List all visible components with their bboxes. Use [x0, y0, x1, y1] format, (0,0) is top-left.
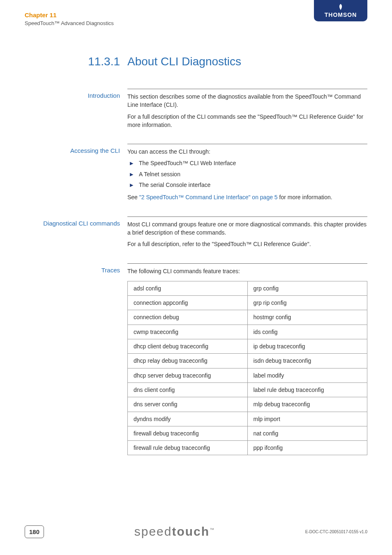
intro-p2-quote: "SpeedTouch™ CLI Reference Guide": [258, 113, 355, 120]
table-row: dns client configlabel rule debug tracec…: [128, 382, 367, 397]
page-header: Chapter 11 SpeedTouch™ Advanced Diagnost…: [25, 12, 367, 26]
table-cell: grp rip config: [247, 296, 367, 310]
table-row: firewall debug traceconfignat config: [128, 426, 367, 440]
table-row: dyndns modifymlp import: [128, 412, 367, 426]
access-item-1: A Telnet session: [139, 171, 180, 177]
table-cell: dyndns modify: [128, 412, 248, 426]
logo-thin: speed: [134, 525, 172, 538]
section-number: 11.3.1: [25, 55, 127, 68]
traces-body: The following CLI commands feature trace…: [127, 263, 367, 456]
table-cell: hostmgr config: [247, 310, 367, 325]
bullet-icon: ▶: [130, 171, 133, 178]
chapter-subtitle: SpeedTouch™ Advanced Diagnostics: [25, 20, 114, 26]
access-tail-a: See: [127, 194, 139, 200]
table-cell: ip debug traceconfig: [247, 339, 367, 354]
table-cell: dhcp client debug traceconfig: [128, 339, 248, 354]
doc-id: E-DOC-CTC-20051017-0155 v1.0: [305, 530, 367, 534]
bullet-icon: ▶: [130, 182, 133, 189]
section-title: About CLI Diagnostics: [127, 55, 241, 68]
access-label: Accessing the CLI: [25, 144, 127, 205]
traces-lead: The following CLI commands feature trace…: [127, 267, 367, 275]
logo-bold: touch: [172, 525, 210, 538]
table-cell: isdn debug traceconfig: [247, 354, 367, 368]
diag-p1: Most CLI command groups feature one or m…: [127, 220, 367, 237]
list-item: ▶The SpeedTouch™ CLI Web Interface: [127, 159, 367, 167]
table-row: dhcp server debug traceconfiglabel modif…: [128, 368, 367, 382]
table-cell: dhcp relay debug traceconfig: [128, 354, 248, 368]
intro-p2-a: For a full description of the CLI comman…: [127, 113, 258, 120]
table-row: dhcp relay debug traceconfigisdn debug t…: [128, 354, 367, 368]
intro-label: Introduction: [25, 89, 127, 132]
table-cell: ids config: [247, 325, 367, 339]
access-tail-b: for more information.: [278, 194, 332, 200]
access-block: Accessing the CLI You can access the CLI…: [25, 144, 367, 205]
access-list: ▶The SpeedTouch™ CLI Web Interface ▶A Te…: [127, 159, 367, 189]
diag-p2-b: .: [309, 241, 311, 247]
table-cell: connection appconfig: [128, 296, 248, 310]
diag-body: Most CLI command groups feature one or m…: [127, 216, 367, 252]
intro-p1: This section describes some of the diagn…: [127, 92, 367, 109]
table-cell: label rule debug traceconfig: [247, 382, 367, 397]
page-footer: 180 speedtouch™ E-DOC-CTC-20051017-0155 …: [25, 525, 367, 539]
intro-p2: For a full description of the CLI comman…: [127, 113, 367, 129]
table-row: dhcp client debug traceconfigip debug tr…: [128, 339, 367, 354]
table-row: connection debughostmgr config: [128, 310, 367, 325]
table-cell: cwmp traceconfig: [128, 325, 248, 339]
diag-p2-a: For a full description, refer to the: [127, 241, 212, 247]
chapter-title: Chapter 11: [25, 12, 114, 18]
thomson-badge: THOMSON: [314, 0, 367, 21]
access-lead: You can access the CLI through:: [127, 147, 367, 156]
intro-block: Introduction This section describes some…: [25, 89, 367, 132]
table-cell: dns client config: [128, 382, 248, 397]
header-left: Chapter 11 SpeedTouch™ Advanced Diagnost…: [25, 12, 114, 26]
thomson-brand-text: THOMSON: [325, 12, 357, 18]
thomson-logo-icon: [337, 3, 344, 11]
table-cell: mlp import: [247, 412, 367, 426]
table-cell: grp config: [247, 281, 367, 295]
table-row: adsl configgrp config: [128, 281, 367, 295]
bullet-icon: ▶: [130, 160, 133, 167]
traces-block: Traces The following CLI commands featur…: [25, 263, 367, 456]
access-cross-ref-link[interactable]: "2 SpeedTouch™ Command Line Interface" o…: [139, 194, 278, 200]
traces-tbody: adsl configgrp configconnection appconfi…: [128, 281, 367, 455]
logo-tm: ™: [210, 527, 215, 532]
table-cell: firewall rule debug traceconfig: [128, 441, 248, 455]
table-row: cwmp traceconfigids config: [128, 325, 367, 339]
intro-body: This section describes some of the diagn…: [127, 89, 367, 132]
section-heading: 11.3.1 About CLI Diagnostics: [25, 55, 367, 68]
diag-label: Diagnostical CLI commands: [25, 216, 127, 252]
table-cell: label modify: [247, 368, 367, 382]
access-item-0: The SpeedTouch™ CLI Web Interface: [139, 160, 236, 166]
traces-table: adsl configgrp configconnection appconfi…: [127, 281, 367, 456]
access-body: You can access the CLI through: ▶The Spe…: [127, 144, 367, 205]
table-cell: adsl config: [128, 281, 248, 295]
table-cell: nat config: [247, 426, 367, 440]
table-cell: firewall debug traceconfig: [128, 426, 248, 440]
table-row: dns server configmlp debug traceconfig: [128, 397, 367, 412]
diag-block: Diagnostical CLI commands Most CLI comma…: [25, 216, 367, 252]
page-number: 180: [25, 525, 44, 538]
table-row: firewall rule debug traceconfigppp ifcon…: [128, 441, 367, 455]
diag-p2: For a full description, refer to the "Sp…: [127, 240, 367, 248]
traces-label: Traces: [25, 263, 127, 456]
list-item: ▶A Telnet session: [127, 170, 367, 178]
table-row: connection appconfiggrp rip config: [128, 296, 367, 310]
page: Chapter 11 SpeedTouch™ Advanced Diagnost…: [0, 0, 392, 555]
table-cell: dhcp server debug traceconfig: [128, 368, 248, 382]
access-item-2: The serial Console interface: [139, 182, 210, 188]
table-cell: mlp debug traceconfig: [247, 397, 367, 412]
access-tail: See "2 SpeedTouch™ Command Line Interfac…: [127, 193, 367, 201]
table-cell: dns server config: [128, 397, 248, 412]
diag-p2-quote: "SpeedTouch™ CLI Reference Guide": [212, 241, 309, 247]
speedtouch-logo: speedtouch™: [134, 525, 215, 539]
list-item: ▶The serial Console interface: [127, 181, 367, 189]
content: 11.3.1 About CLI Diagnostics Introductio…: [25, 55, 367, 455]
table-cell: ppp ifconfig: [247, 441, 367, 455]
table-cell: connection debug: [128, 310, 248, 325]
